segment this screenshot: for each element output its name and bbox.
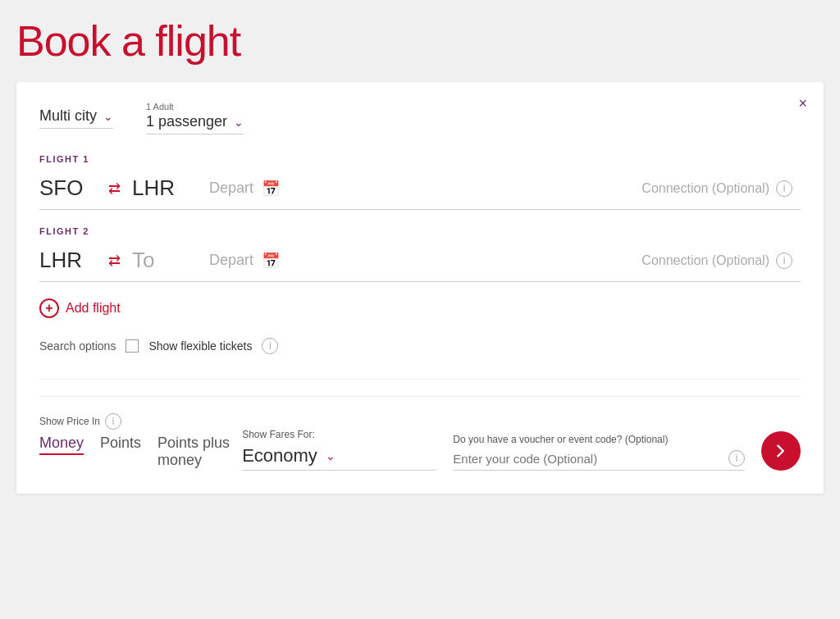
flight-1-depart-label: Depart [209,180,253,197]
voucher-input-wrap: i [453,450,745,471]
close-button[interactable]: × [798,95,807,112]
flight-1-connection-text: Connection (Optional) [641,181,769,196]
flight-2-connection-info-icon[interactable]: i [776,253,792,269]
add-flight-button[interactable]: + Add flight [39,298,801,318]
flexible-tickets-label: Show flexible tickets [148,339,252,353]
add-flight-label: Add flight [66,301,121,316]
arrow-right-icon [772,442,790,460]
search-submit-button[interactable] [761,431,801,471]
passenger-sub-label: 1 Adult [146,102,244,112]
fares-value: Economy [242,445,317,467]
voucher-label: Do you have a voucher or event code? (Op… [453,434,745,445]
flight-1-swap-icon[interactable]: ⇄ [108,180,121,198]
page-title: Book a flight [16,16,824,66]
trip-type-chevron-icon: ⌄ [103,110,113,123]
flight-2-section: FLIGHT 2 LHR ⇄ To Depart 📅 Connection (O… [39,226,801,282]
voucher-info-icon[interactable]: i [728,450,745,467]
flight-1-connection: Connection (Optional) i [501,180,801,197]
divider [39,379,801,380]
voucher-input[interactable] [453,452,722,466]
passenger-dropdown-wrap: 1 Adult 1 passenger ⌄ [146,102,244,134]
flight-1-row: SFO ⇄ LHR Depart 📅 Connection (Optional)… [39,175,801,210]
add-flight-plus-icon: + [39,298,59,318]
flight-2-calendar-icon[interactable]: 📅 [262,252,280,270]
flight-1-label: FLIGHT 1 [39,154,801,164]
search-options-label: Search options [39,339,116,353]
flight-2-depart-label: Depart [209,252,253,269]
price-section: Show Price In i Money Points Points plus… [39,413,234,471]
flight-1-to[interactable]: LHR [132,175,189,201]
fares-label: Show Fares For: [242,429,436,440]
search-options-row: Search options Show flexible tickets i [39,338,801,354]
flight-1-from[interactable]: SFO [39,175,97,201]
trip-type-dropdown[interactable]: Multi city ⌄ [39,107,113,129]
fares-dropdown[interactable]: Economy ⌄ [242,445,436,471]
price-in-label: Show Price In i [39,413,234,430]
price-in-info-icon[interactable]: i [105,413,121,430]
price-tab-points-money[interactable]: Points plus money [158,435,234,471]
flight-2-from[interactable]: LHR [39,248,97,273]
passenger-dropdown[interactable]: 1 passenger ⌄ [146,113,244,134]
booking-card: × Multi city ⌄ 1 Adult 1 passenger ⌄ FLI… [16,82,824,494]
bottom-section: Show Price In i Money Points Points plus… [39,396,801,471]
flight-2-connection: Connection (Optional) i [501,253,801,269]
price-tab-points[interactable]: Points [100,435,141,453]
passenger-label: 1 passenger [146,113,227,130]
flight-2-label: FLIGHT 2 [39,226,801,236]
fares-chevron-icon: ⌄ [326,449,336,462]
voucher-section: Do you have a voucher or event code? (Op… [436,434,745,471]
flight-1-calendar-icon[interactable]: 📅 [262,180,280,198]
fares-section: Show Fares For: Economy ⌄ [234,429,436,471]
passenger-chevron-icon: ⌄ [234,116,244,129]
top-controls: Multi city ⌄ 1 Adult 1 passenger ⌄ [39,102,801,134]
flight-2-depart[interactable]: Depart 📅 [189,252,501,270]
flexible-tickets-info-icon[interactable]: i [262,338,278,354]
flight-2-connection-text: Connection (Optional) [641,253,769,268]
flight-1-depart[interactable]: Depart 📅 [189,180,501,198]
price-tab-money[interactable]: Money [39,435,84,455]
price-tabs: Money Points Points plus money [39,435,234,471]
trip-type-label: Multi city [39,107,97,125]
flight-2-swap-icon[interactable]: ⇄ [108,252,121,270]
flight-2-to[interactable]: To [132,248,189,273]
flight-2-row: LHR ⇄ To Depart 📅 Connection (Optional) … [39,248,801,282]
flexible-tickets-checkbox[interactable] [126,339,139,353]
flight-1-section: FLIGHT 1 SFO ⇄ LHR Depart 📅 Connection (… [39,154,801,210]
flight-1-connection-info-icon[interactable]: i [776,180,792,197]
